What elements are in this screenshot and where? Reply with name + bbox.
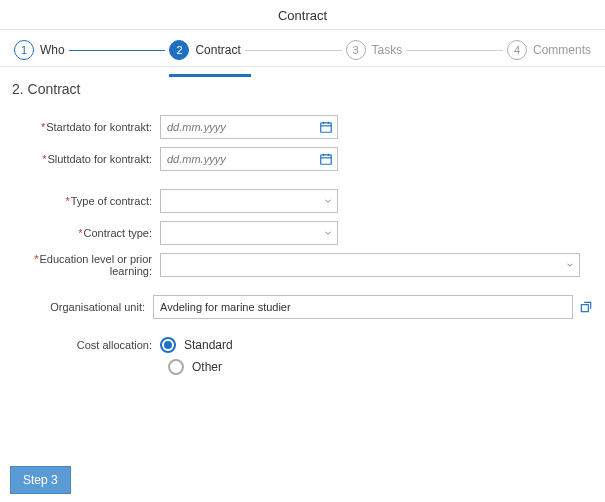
step-number: 4 xyxy=(507,40,527,60)
step-label: Comments xyxy=(533,43,591,57)
chevron-down-icon xyxy=(323,228,333,238)
label-org-unit: Organisational unit: xyxy=(12,301,153,313)
start-date-input[interactable] xyxy=(167,116,331,138)
label-cost-allocation: Cost allocation: xyxy=(12,339,160,351)
calendar-icon[interactable] xyxy=(319,120,333,134)
radio-other-label: Other xyxy=(192,360,222,374)
popout-icon[interactable] xyxy=(579,300,593,314)
svg-rect-0 xyxy=(321,123,332,132)
step-number: 3 xyxy=(346,40,366,60)
step-number: 2 xyxy=(169,40,189,60)
step-label: Tasks xyxy=(372,43,403,57)
end-date-input[interactable] xyxy=(167,148,331,170)
svg-rect-8 xyxy=(581,305,588,312)
footer: Step 3 xyxy=(10,466,71,494)
svg-rect-4 xyxy=(321,155,332,164)
end-date-field[interactable] xyxy=(160,147,338,171)
connector xyxy=(69,50,166,51)
label-contract-type: Contract type: xyxy=(12,227,160,239)
org-unit-field[interactable]: Avdeling for marine studier xyxy=(153,295,573,319)
step-label: Contract xyxy=(195,43,240,57)
radio-other[interactable] xyxy=(168,359,184,375)
connector xyxy=(406,50,503,51)
education-select[interactable] xyxy=(160,253,580,277)
chevron-down-icon xyxy=(323,196,333,206)
active-indicator xyxy=(169,74,250,77)
step-contract[interactable]: 2 Contract xyxy=(169,40,240,60)
section-title: 2. Contract xyxy=(0,67,605,105)
chevron-down-icon xyxy=(565,260,575,270)
label-start-date: Startdato for kontrakt: xyxy=(12,121,160,133)
page-title: Contract xyxy=(0,0,605,30)
org-unit-value: Avdeling for marine studier xyxy=(160,301,291,313)
label-end-date: Sluttdato for kontrakt: xyxy=(12,153,160,165)
stepper: 1 Who 2 Contract 3 Tasks 4 Comments xyxy=(0,30,605,67)
label-type-of-contract: Type of contract: xyxy=(12,195,160,207)
start-date-field[interactable] xyxy=(160,115,338,139)
contract-type-select[interactable] xyxy=(160,221,338,245)
radio-standard-label: Standard xyxy=(184,338,233,352)
step-comments[interactable]: 4 Comments xyxy=(507,40,591,60)
step-tasks[interactable]: 3 Tasks xyxy=(346,40,403,60)
step-label: Who xyxy=(40,43,65,57)
label-education: Education level or prior learning: xyxy=(12,253,160,277)
step-who[interactable]: 1 Who xyxy=(14,40,65,60)
calendar-icon[interactable] xyxy=(319,152,333,166)
step-number: 1 xyxy=(14,40,34,60)
radio-standard[interactable] xyxy=(160,337,176,353)
form: Startdato for kontrakt: Sluttdato for ko… xyxy=(0,105,605,387)
type-of-contract-select[interactable] xyxy=(160,189,338,213)
next-step-button[interactable]: Step 3 xyxy=(10,466,71,494)
connector xyxy=(245,50,342,51)
